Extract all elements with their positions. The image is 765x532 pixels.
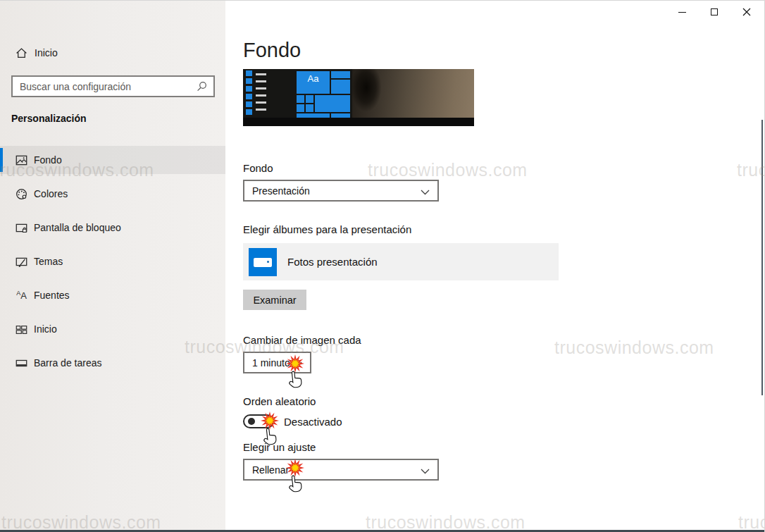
close-icon: [742, 8, 751, 16]
close-button[interactable]: [730, 1, 763, 23]
background-preview-image: Aa: [243, 69, 474, 126]
search-icon[interactable]: [197, 81, 207, 92]
album-picture-dot: [267, 261, 269, 263]
preview-tile: [297, 104, 304, 112]
sidebar-item-fuentes[interactable]: AA Fuentes: [0, 281, 225, 309]
preview-tile-text: Aa: [308, 73, 319, 84]
preview-tile: [315, 95, 350, 112]
settings-search-box: [11, 75, 215, 97]
shuffle-state-text: Desactivado: [284, 416, 342, 428]
album-picture-frame: [254, 258, 272, 267]
watermark-text: trucoswindows.com: [554, 338, 714, 358]
preview-tile: [297, 95, 304, 103]
search-input[interactable]: [13, 77, 197, 96]
watermark-text: trucoswindows.com: [737, 160, 765, 180]
sidebar-item-label: Pantalla de bloqueo: [34, 222, 121, 233]
sidebar-item-fondo[interactable]: Fondo: [0, 146, 225, 174]
interval-value: 1 minuto: [252, 357, 290, 369]
sidebar-item-label: Colores: [34, 188, 68, 199]
fit-value: Rellenar: [252, 464, 289, 476]
themes-icon: [15, 256, 27, 268]
sidebar-home-button[interactable]: Inicio: [0, 42, 225, 64]
minimize-button[interactable]: [666, 1, 698, 23]
chevron-down-icon: [421, 190, 430, 195]
home-icon: [15, 47, 27, 59]
sidebar-item-label: Temas: [34, 256, 63, 267]
watermark-text: trucoswindows.com: [738, 512, 765, 532]
album-picture-icon: [249, 248, 277, 276]
interval-dropdown[interactable]: 1 minuto: [243, 352, 311, 373]
preview-tile: [331, 80, 350, 94]
settings-window: Configuración Inicio Personalización Fon…: [0, 0, 765, 532]
fit-label: Elegir un ajuste: [243, 441, 316, 453]
watermark-text: trucoswindows.com: [368, 160, 528, 180]
preview-start-list-icons: [246, 70, 252, 117]
chevron-down-icon: [293, 361, 302, 367]
preview-photo: [352, 69, 474, 118]
chevron-down-icon: [421, 469, 430, 474]
sidebar-item-barra-de-tareas[interactable]: Barra de tareas: [0, 349, 225, 377]
taskbar-icon: [15, 357, 27, 369]
sidebar-item-temas[interactable]: Temas: [0, 247, 225, 276]
browse-button[interactable]: Examinar: [243, 290, 306, 310]
sidebar-item-label: Barra de tareas: [34, 357, 102, 369]
preview-tile: [306, 104, 313, 112]
image-icon: [15, 154, 27, 166]
sidebar-item-inicio[interactable]: Inicio: [0, 315, 225, 343]
sidebar-item-colores[interactable]: Colores: [0, 180, 225, 208]
preview-taskbar: [243, 118, 474, 126]
page-title: Fondo: [243, 39, 301, 62]
album-name: Fotos presentación: [287, 256, 378, 268]
watermark-text: trucoswindows.com: [366, 512, 525, 532]
background-type-value: Presentación: [252, 185, 310, 197]
window-controls: [666, 1, 763, 23]
preview-tile: [331, 71, 350, 78]
sidebar-item-pantalla-de-bloqueo[interactable]: Pantalla de bloqueo: [0, 214, 225, 242]
minimize-icon: [678, 12, 686, 13]
preview-start-list-lines: [256, 73, 266, 116]
vertical-scrollbar[interactable]: [761, 120, 763, 395]
fit-dropdown[interactable]: Rellenar: [243, 459, 439, 481]
preview-tile: [306, 95, 313, 103]
sidebar-section-header: Personalización: [11, 113, 87, 124]
preview-tile-aa: Aa: [297, 71, 330, 94]
sidebar-item-label: Fondo: [34, 154, 62, 166]
sidebar-item-label: Fuentes: [34, 290, 70, 301]
album-item-fotos-presentacion[interactable]: Fotos presentación: [243, 243, 559, 280]
sidebar-item-label: Inicio: [34, 323, 57, 335]
sidebar-home-label: Inicio: [35, 47, 58, 58]
selected-accent-bar: [0, 148, 3, 172]
toggle-knob-icon: [248, 418, 255, 425]
maximize-icon: [711, 8, 718, 16]
maximize-button[interactable]: [698, 1, 730, 23]
lock-screen-icon: [15, 222, 27, 234]
background-dropdown-label: Fondo: [243, 162, 273, 174]
interval-label: Cambiar de imagen cada: [243, 334, 361, 346]
palette-icon: [15, 188, 27, 200]
albums-section-label: Elegir álbumes para la presentación: [243, 223, 411, 235]
shuffle-label: Orden aleatorio: [243, 395, 316, 407]
shuffle-toggle[interactable]: [243, 414, 274, 428]
sidebar: Inicio Personalización Fondo Colores Pan…: [0, 1, 225, 531]
start-tiles-icon: [15, 323, 27, 335]
fonts-icon: AA: [15, 289, 27, 302]
background-type-dropdown[interactable]: Presentación: [243, 180, 439, 202]
